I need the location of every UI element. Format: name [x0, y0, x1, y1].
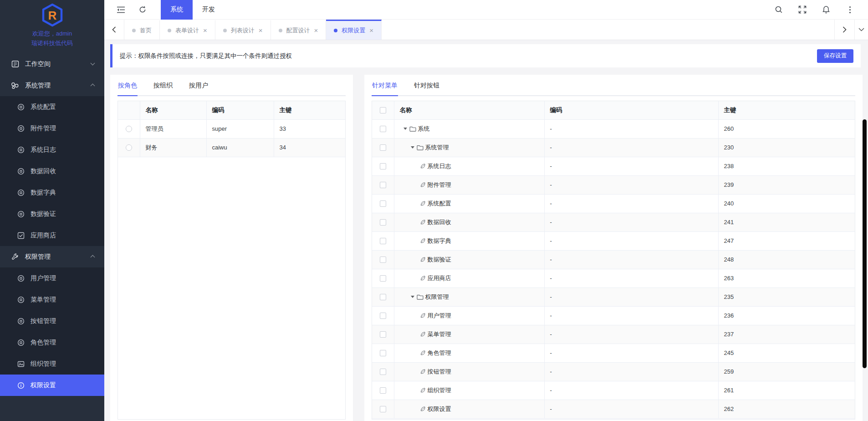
tab-by-user[interactable]: 按用户: [189, 75, 209, 96]
sidebar-item-system-log[interactable]: 系统日志: [0, 139, 104, 160]
caret-down-icon[interactable]: [403, 128, 407, 130]
tab-permission-settings[interactable]: 权限设置 ×: [326, 20, 382, 40]
table-header-row: 名称 编码 主键: [118, 101, 345, 119]
target-circle-icon: [17, 275, 25, 282]
search-icon[interactable]: [774, 5, 783, 14]
cell-key: 260: [718, 119, 855, 138]
checkbox[interactable]: [380, 369, 386, 375]
save-settings-button[interactable]: 保存设置: [817, 49, 853, 63]
table-row[interactable]: 菜单管理 - 237: [372, 325, 855, 344]
collapse-sidebar-icon[interactable]: [116, 5, 125, 14]
table-row[interactable]: 数据回收 - 241: [372, 213, 855, 231]
target-circle-icon: [17, 210, 25, 218]
table-row[interactable]: 管理员 super 33: [118, 119, 345, 138]
tab-config-design[interactable]: 配置设计 ×: [271, 20, 327, 40]
checkbox[interactable]: [380, 238, 386, 244]
sidebar-item-permission-settings[interactable]: 权限设置: [0, 375, 104, 396]
sidebar-group-permission[interactable]: 权限管理: [0, 246, 104, 267]
checkbox[interactable]: [380, 275, 386, 282]
sidebar-item-role-mgmt[interactable]: 角色管理: [0, 332, 104, 353]
sidebar-item-label: 应用商店: [31, 231, 56, 240]
close-icon[interactable]: ×: [369, 27, 373, 34]
tab-list-design[interactable]: 列表设计 ×: [215, 20, 271, 40]
menu-permission-panel: 针对菜单 针对按钮 名称 编码 主键 系统 -: [364, 75, 863, 421]
checkbox[interactable]: [380, 387, 386, 394]
table-row[interactable]: 附件管理 - 239: [372, 175, 855, 194]
sidebar-item-menu-mgmt[interactable]: 菜单管理: [0, 289, 104, 310]
close-icon[interactable]: ×: [259, 27, 263, 34]
radio-button[interactable]: [126, 144, 132, 151]
table-row[interactable]: 角色管理 - 245: [372, 344, 855, 362]
close-icon[interactable]: ×: [203, 27, 207, 34]
tabs-scroll-right-icon[interactable]: [834, 20, 854, 40]
close-icon[interactable]: ×: [314, 27, 318, 34]
table-row[interactable]: 按钮管理 - 259: [372, 362, 855, 381]
tabs-menu-chevron-down-icon[interactable]: [854, 20, 868, 40]
sidebar-item-label: 角色管理: [31, 339, 56, 347]
checkbox[interactable]: [380, 126, 386, 132]
sidebar-item-data-recycle[interactable]: 数据回收: [0, 160, 104, 182]
caret-down-icon[interactable]: [411, 146, 414, 149]
sidebar-item-attachment[interactable]: 附件管理: [0, 118, 104, 139]
cell-key: 245: [718, 344, 855, 362]
more-icon[interactable]: [845, 5, 854, 14]
checkbox[interactable]: [380, 313, 386, 319]
tab-form-design[interactable]: 表单设计 ×: [160, 20, 215, 40]
radio-button[interactable]: [126, 126, 132, 132]
leaf-icon: [420, 163, 426, 169]
sidebar-item-button-mgmt[interactable]: 按钮管理: [0, 310, 104, 332]
sidebar-item-data-dict[interactable]: 数据字典: [0, 182, 104, 203]
checkbox[interactable]: [380, 182, 386, 188]
table-row[interactable]: 应用商店 - 263: [372, 269, 855, 288]
leaf-icon: [420, 387, 426, 393]
tree-node-label: 数据回收: [428, 218, 451, 226]
sidebar-group-workspace[interactable]: 工作空间: [0, 53, 104, 75]
table-row[interactable]: 系统管理 - 230: [372, 138, 855, 157]
sidebar-group-system[interactable]: 系统管理: [0, 75, 104, 96]
sidebar-item-org-mgmt[interactable]: 组织管理: [0, 353, 104, 375]
tab-by-role[interactable]: 按角色: [117, 75, 138, 96]
sidebar-item-user-mgmt[interactable]: 用户管理: [0, 267, 104, 289]
sidebar-item-label: 数据回收: [31, 167, 56, 175]
tab-home[interactable]: 首页: [124, 20, 160, 40]
table-row[interactable]: 用户管理 - 236: [372, 306, 855, 325]
table-row[interactable]: 财务 caiwu 34: [118, 138, 345, 157]
table-row[interactable]: 数据字典 - 247: [372, 231, 855, 250]
caret-down-icon[interactable]: [411, 296, 414, 298]
target-circle-icon: [17, 103, 25, 111]
checkbox[interactable]: [380, 219, 386, 226]
target-circle-icon: [17, 339, 25, 346]
chevron-down-icon: [91, 61, 95, 66]
select-all-checkbox[interactable]: [380, 107, 386, 113]
checkbox[interactable]: [380, 144, 386, 151]
sidebar-item-data-validate[interactable]: 数据验证: [0, 203, 104, 225]
table-row[interactable]: 权限管理 - 235: [372, 288, 855, 306]
tabs-scroll-left-icon[interactable]: [104, 20, 124, 40]
sidebar-item-system-config[interactable]: 系统配置: [0, 96, 104, 118]
vertical-scrollbar[interactable]: [863, 119, 867, 368]
tab-for-button[interactable]: 针对按钮: [414, 75, 440, 96]
bell-icon[interactable]: [822, 5, 831, 14]
checkbox[interactable]: [380, 331, 386, 338]
tab-by-org[interactable]: 按组织: [153, 75, 173, 96]
checkbox[interactable]: [380, 163, 386, 169]
checkbox[interactable]: [380, 200, 386, 207]
tab-for-menu[interactable]: 针对菜单: [372, 75, 398, 96]
table-row[interactable]: 权限设置 - 262: [372, 400, 855, 418]
table-row[interactable]: 数据验证 - 248: [372, 250, 855, 269]
table-row[interactable]: 组织管理 - 261: [372, 381, 855, 400]
checkbox[interactable]: [380, 406, 386, 412]
sidebar-item-app-store[interactable]: 应用商店: [0, 225, 104, 246]
top-nav-dev[interactable]: 开发: [193, 0, 225, 20]
table-row[interactable]: 系统配置 - 240: [372, 194, 855, 213]
top-nav-system[interactable]: 系统: [161, 0, 193, 20]
checkbox[interactable]: [380, 294, 386, 300]
table-row[interactable]: 系统 - 260: [372, 119, 855, 138]
checkbox[interactable]: [380, 257, 386, 263]
fullscreen-icon[interactable]: [798, 5, 807, 14]
checkbox[interactable]: [380, 350, 386, 356]
cell-code: -: [544, 213, 718, 231]
refresh-icon[interactable]: [138, 5, 147, 14]
table-row[interactable]: 系统日志 - 238: [372, 157, 855, 175]
cell-key: 230: [718, 138, 855, 157]
